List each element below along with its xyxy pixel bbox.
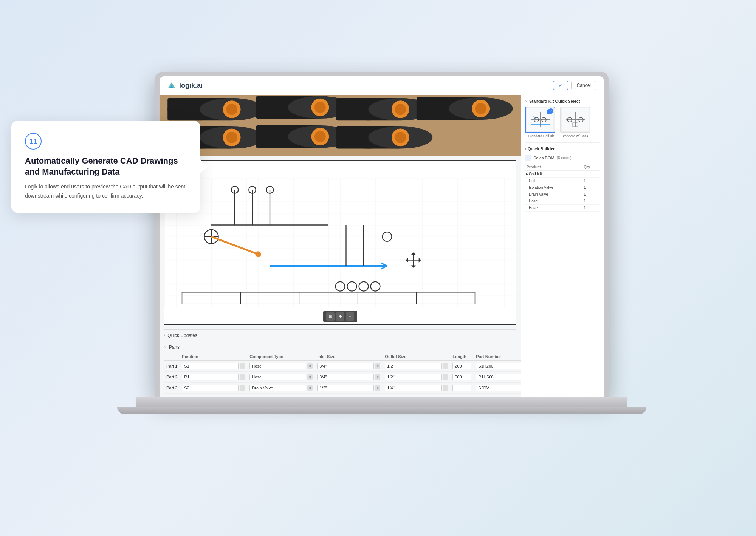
part1-position-input[interactable] [182,363,239,369]
bom-icon: ⊞ [525,155,531,161]
screen-content: logik.ai ✓ Cancel [160,76,604,397]
callout-title: Automatically Generate CAD Drawings and … [25,156,187,177]
part2-label: Part 2 [166,375,177,379]
parts-label: Parts [169,344,180,350]
quick-builder-title[interactable]: › Quick Builder [525,147,600,151]
laptop-bezel: logik.ai ✓ Cancel [160,76,604,397]
bom-cell-product: Isolation Valve [525,184,582,191]
laptop-screen-outer: logik.ai ✓ Cancel [155,72,609,397]
part1-label: Part 1 [166,364,177,368]
part2-position-clear[interactable]: × [240,374,245,380]
part2-comptype-cell: × [249,374,313,380]
part1-comptype-cell: × [249,363,313,369]
bom-row: Drain Valve 1 [525,191,600,198]
parts-chevron: ∨ [164,345,167,349]
save-button[interactable]: ✓ [553,81,568,90]
bom-count: (6 items) [557,156,572,160]
part3-label: Part 3 [166,386,177,390]
bom-cell-qty: 1 [582,177,600,184]
kit-thumb-1[interactable]: Standard Coil Kit [525,107,557,138]
cad-area: ⊞ ✥ ↔ [160,156,521,329]
part1-inlet-input[interactable] [317,363,374,369]
part2-outlet-clear[interactable]: × [443,374,448,380]
part1-position-cell: × [182,363,245,369]
bom-row: Hose 1 [525,204,600,211]
kit-thumb-2[interactable]: Standard w/ Back... [560,107,592,138]
part1-outlet-clear[interactable]: × [443,363,448,369]
app-body: Coil Kit [160,95,604,397]
kit-thumb-label-2: Standard w/ Back... [560,134,592,138]
quick-updates-section[interactable]: › Quick Updates [164,329,516,341]
part1-position-clear[interactable]: × [240,363,245,369]
col-outlet-size: Outlet Size [383,353,450,361]
part1-inlet-clear[interactable]: × [375,363,380,369]
kit-quick-select-title[interactable]: ∨ Standard Kit Quick Select [525,99,600,103]
part3-outlet-clear[interactable]: × [443,385,448,391]
part2-length-input[interactable] [452,374,471,380]
svg-point-37 [395,131,406,143]
bom-col-qty: Qty [582,164,600,171]
logo-text: logik.ai [179,82,203,90]
table-row: Part 1 × [164,360,521,371]
part2-inlet-clear[interactable]: × [375,374,380,380]
bom-row: Coil 1 [525,177,600,184]
svg-point-51 [255,251,261,257]
col-part-number: Part Number [474,353,521,361]
part3-inlet-clear[interactable]: × [375,385,380,391]
quick-updates-chevron: › [164,333,165,337]
bom-col-product: Product [525,164,582,171]
pipes-container [160,95,521,156]
cad-tool-zoom[interactable]: ⊞ [326,312,335,321]
cad-tool-pan[interactable]: ✥ [336,312,344,321]
kit-thumb-img-2[interactable] [560,107,590,133]
sales-bom-header: ⊞ Sales BOM (6 items) [525,155,600,161]
svg-point-22 [475,103,486,114]
bom-table: Product Qty ▸ Coil Kit [525,164,600,212]
table-row: Part 2 × [164,371,521,382]
col-position: Position [180,353,247,361]
kit-img-svg-2 [562,108,589,131]
app-header: logik.ai ✓ Cancel [160,76,604,95]
header-actions: ✓ Cancel [553,81,596,90]
part1-outlet-input[interactable] [385,363,442,369]
part3-position-input[interactable] [182,385,239,391]
part1-inlet-cell: × [317,363,380,369]
bom-title: Sales BOM [533,156,555,160]
col-component-type: Component Type [247,353,315,361]
part3-position-clear[interactable]: × [240,385,245,391]
part1-outlet-cell: × [385,363,448,369]
part3-outlet-input[interactable] [385,385,442,391]
svg-rect-74 [547,109,552,114]
part2-inlet-input[interactable] [317,374,374,380]
quick-updates-label: Quick Updates [167,333,197,338]
part3-comptype-clear[interactable]: × [307,385,313,391]
cancel-button[interactable]: Cancel [571,81,596,90]
part3-inlet-input[interactable] [317,385,374,391]
quick-builder-label: Quick Builder [528,147,555,151]
kit-thumb-img-1[interactable] [525,107,555,133]
laptop-base [136,397,627,407]
part2-outlet-input[interactable] [385,374,442,380]
part1-partnum-input[interactable] [476,363,521,369]
bom-row: Isolation Valve 1 [525,184,600,191]
table-row: Part 3 × [164,382,521,393]
part2-comptype-clear[interactable]: × [307,374,313,380]
part3-partnum-input[interactable] [476,385,521,391]
sales-bom-section: ⊞ Sales BOM (6 items) Product Qty [525,155,600,212]
bom-cell-product: Coil [525,177,582,184]
svg-rect-39 [164,178,516,307]
part2-partnum-input[interactable] [476,374,521,380]
right-sidebar: ∨ Standard Kit Quick Select [521,95,604,397]
part1-comptype-clear[interactable]: × [307,363,313,369]
svg-point-33 [226,131,237,143]
part3-comptype-input[interactable] [249,385,306,391]
callout-box: 11 Automatically Generate CAD Drawings a… [11,121,200,213]
part3-length-input[interactable] [452,385,471,391]
part2-comptype-input[interactable] [249,374,306,380]
part1-comptype-input[interactable] [249,363,306,369]
part1-length-input[interactable] [452,363,471,369]
cad-tool-fit[interactable]: ↔ [346,312,354,321]
parts-section-header[interactable]: ∨ Parts [164,341,516,353]
kit-select-chevron: ∨ [525,99,528,103]
part2-position-input[interactable] [182,374,239,380]
